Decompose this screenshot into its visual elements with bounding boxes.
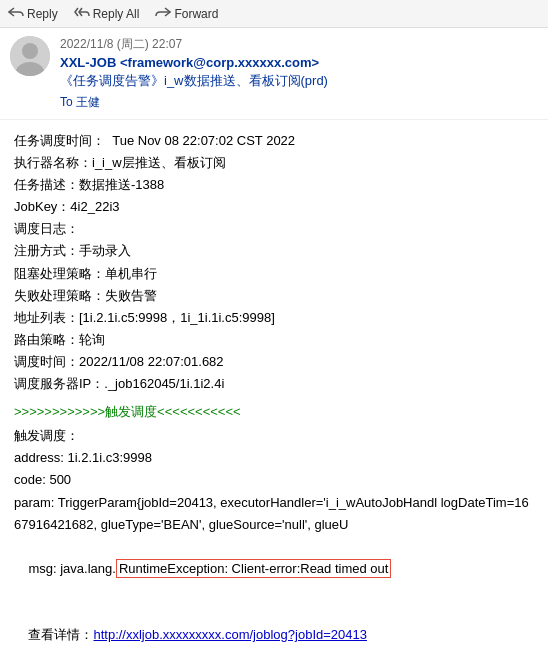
svg-point-1: [22, 43, 38, 59]
trigger-line5: msg: java.lang.RuntimeException: Client-…: [14, 536, 534, 602]
section-trigger: >>>>>>>>>>>>触发调度<<<<<<<<<<<: [14, 401, 534, 423]
recipient: 王健: [76, 95, 100, 109]
email-from: XXL-JOB <framework@corp.xxxxxx.com>: [60, 55, 538, 70]
trigger-line3: code: 500: [14, 469, 534, 491]
body-line10: 路由策略：轮询: [14, 329, 534, 351]
email-date: 2022/11/8 (周二) 22:07: [60, 36, 182, 53]
detail-prefix: 查看详情：: [28, 627, 93, 642]
detail-link[interactable]: http://xxljob.xxxxxxxxx.com/joblog?jobId…: [93, 627, 367, 642]
trigger-line4: param: TriggerParam{jobId=20413, executo…: [14, 492, 534, 536]
email-body: 任务调度时间： Tue Nov 08 22:07:02 CST 2022 执行器…: [0, 120, 548, 671]
body-line2: 执行器名称：i_i_w层推送、看板订阅: [14, 152, 534, 174]
email-header: 2022/11/8 (周二) 22:07 XXL-JOB <framework@…: [0, 28, 548, 120]
toolbar: Reply Reply All Forward: [0, 0, 548, 28]
forward-icon: [155, 4, 171, 23]
email-to: To 王健: [60, 94, 538, 111]
reply-all-button[interactable]: Reply All: [74, 4, 140, 23]
reply-all-icon: [74, 4, 90, 23]
email-info: 2022/11/8 (周二) 22:07 XXL-JOB <framework@…: [60, 36, 538, 111]
reply-button[interactable]: Reply: [8, 4, 58, 23]
forward-label: Forward: [174, 7, 218, 21]
body-line8: 失败处理策略：失败告警: [14, 285, 534, 307]
email-subject: 《任务调度告警》i_w数据推送、看板订阅(prd): [60, 72, 538, 90]
error-highlight: RuntimeException: Client-error:Read time…: [116, 559, 392, 578]
body-line4: JobKey：4i2_22i3: [14, 196, 534, 218]
avatar: [10, 36, 50, 76]
body-line11: 调度时间：2022/11/08 22:07:01.682: [14, 351, 534, 373]
trigger-line2: address: 1i.2.1i.c3:9998: [14, 447, 534, 469]
body-line7: 阻塞处理策略：单机串行: [14, 263, 534, 285]
body-line5: 调度日志：: [14, 218, 534, 240]
trigger-line1: 触发调度：: [14, 425, 534, 447]
email-date-row: 2022/11/8 (周二) 22:07: [60, 36, 538, 53]
body-line9: 地址列表：[1i.2.1i.c5:9998，1i_1i.1i.c5:9998]: [14, 307, 534, 329]
error-prefix: msg: java.lang.: [28, 561, 115, 576]
detail-line: 查看详情：http://xxljob.xxxxxxxxx.com/joblog?…: [14, 602, 534, 668]
body-line12: 调度服务器IP：._job162045/1i.1i2.4i: [14, 373, 534, 395]
body-line3: 任务描述：数据推送-1388: [14, 174, 534, 196]
reply-label: Reply: [27, 7, 58, 21]
body-line1: 任务调度时间： Tue Nov 08 22:07:02 CST 2022: [14, 130, 534, 152]
body-line6: 注册方式：手动录入: [14, 240, 534, 262]
reply-all-label: Reply All: [93, 7, 140, 21]
reply-icon: [8, 4, 24, 23]
forward-button[interactable]: Forward: [155, 4, 218, 23]
